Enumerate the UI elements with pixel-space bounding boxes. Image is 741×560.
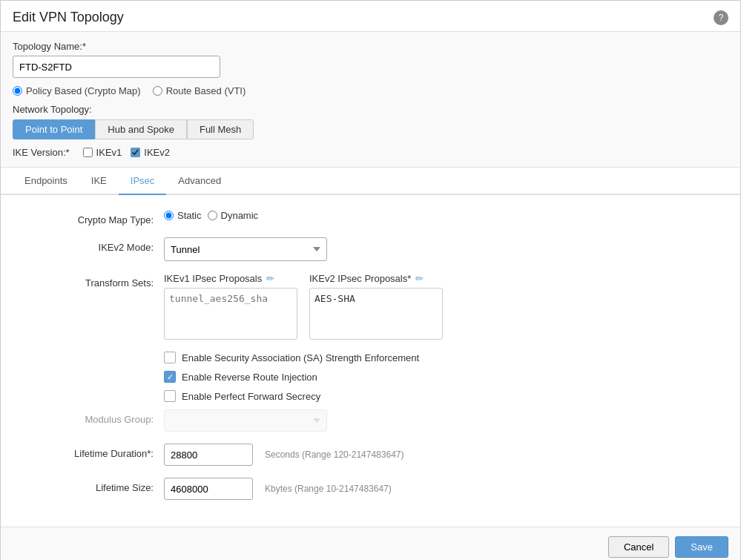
ikev2-checkbox-label[interactable]: IKEv2: [131, 147, 170, 158]
full-mesh-btn[interactable]: Full Mesh: [187, 119, 254, 139]
ike-version-label: IKE Version:*: [13, 147, 70, 158]
transform-sets-content: IKEv1 IPsec Proposals ✏ IKEv2 IPsec Prop…: [164, 273, 711, 340]
reverse-route-row: Enable Reverse Route Injection: [164, 371, 711, 383]
modulus-group-content: [164, 409, 711, 432]
footer-buttons: Cancel Save: [1, 527, 740, 560]
sa-strength-row: Enable Security Association (SA) Strengt…: [164, 352, 711, 363]
page-container: Edit VPN Topology ? Topology Name:* Poli…: [0, 0, 741, 560]
ikev2-proposals-col: IKEv2 IPsec Proposals* ✏ AES-SHA: [309, 273, 443, 340]
lifetime-size-row: Lifetime Size: Kbytes (Range 10-21474836…: [30, 478, 711, 500]
lifetime-duration-input[interactable]: [164, 444, 253, 466]
ike-version-row: IKE Version:* IKEv1 IKEv2: [13, 147, 728, 158]
ikev2-label: IKEv2: [144, 147, 170, 158]
point-to-point-btn[interactable]: Point to Point: [13, 119, 95, 139]
modulus-dropdown-wrap: [164, 409, 327, 432]
dynamic-radio[interactable]: [208, 211, 217, 220]
crypto-map-type-row: Crypto Map Type: Static Dynamic: [30, 210, 711, 225]
ikev2-mode-select[interactable]: Tunnel: [164, 237, 327, 261]
route-based-radio[interactable]: Route Based (VTI): [153, 85, 246, 96]
dynamic-radio-label[interactable]: Dynamic: [208, 210, 259, 221]
static-radio-label[interactable]: Static: [164, 210, 202, 221]
route-based-label: Route Based (VTI): [166, 85, 246, 96]
ikev1-proposals-header: IKEv1 IPsec Proposals ✏: [164, 273, 297, 284]
network-topology-label: Network Topology:: [13, 104, 728, 115]
ikev1-checkbox-label[interactable]: IKEv1: [83, 147, 122, 158]
lifetime-size-content: Kbytes (Range 10-2147483647): [164, 478, 711, 500]
dynamic-label: Dynamic: [221, 210, 259, 221]
tab-endpoints[interactable]: Endpoints: [13, 168, 79, 195]
help-icon[interactable]: ?: [714, 10, 728, 25]
sa-strength-label: Enable Security Association (SA) Strengt…: [182, 352, 419, 363]
ikev2-mode-label: IKEv2 Mode:: [30, 237, 164, 253]
tab-advanced[interactable]: Advanced: [166, 168, 233, 195]
modulus-group-select[interactable]: [164, 409, 327, 432]
ikev2-edit-icon[interactable]: ✏: [415, 273, 424, 284]
hub-and-spoke-btn[interactable]: Hub and Spoke: [95, 119, 187, 139]
ikev1-edit-icon[interactable]: ✏: [266, 273, 274, 284]
ikev1-proposals-col: IKEv1 IPsec Proposals ✏: [164, 273, 297, 340]
reverse-route-label: Enable Reverse Route Injection: [182, 372, 317, 383]
main-content: Crypto Map Type: Static Dynamic IKEv2 Mo…: [1, 195, 740, 527]
page-header: Edit VPN Topology ?: [1, 1, 740, 32]
topology-name-input[interactable]: [13, 56, 220, 78]
ikev1-proposals-label: IKEv1 IPsec Proposals: [164, 273, 262, 284]
topology-name-label: Topology Name:*: [13, 41, 728, 52]
pfs-checkbox[interactable]: [164, 390, 176, 402]
lifetime-size-input[interactable]: [164, 478, 253, 500]
transform-sets-label: Transform Sets:: [30, 273, 164, 289]
transform-sets-row: Transform Sets: IKEv1 IPsec Proposals ✏ …: [30, 273, 711, 340]
tab-ike[interactable]: IKE: [79, 168, 119, 195]
lifetime-size-label: Lifetime Size:: [30, 478, 164, 493]
crypto-map-type-label: Crypto Map Type:: [30, 210, 164, 225]
ikev2-proposals-textarea[interactable]: AES-SHA: [309, 288, 443, 340]
network-topology-btn-group: Point to Point Hub and Spoke Full Mesh: [13, 119, 728, 139]
crypto-map-type-content: Static Dynamic: [164, 210, 711, 221]
tab-ipsec[interactable]: IPsec: [119, 168, 167, 195]
pfs-label: Enable Perfect Forward Secrecy: [182, 391, 320, 402]
ikev1-label: IKEv1: [96, 147, 122, 158]
static-radio[interactable]: [164, 211, 174, 220]
lifetime-duration-content: Seconds (Range 120-2147483647): [164, 444, 711, 466]
ikev2-proposals-header: IKEv2 IPsec Proposals* ✏: [309, 273, 443, 284]
ikev1-proposals-textarea[interactable]: [164, 288, 297, 340]
cancel-button[interactable]: Cancel: [608, 536, 669, 558]
lifetime-duration-row: Lifetime Duration*: Seconds (Range 120-2…: [30, 444, 711, 466]
lifetime-duration-label: Lifetime Duration*:: [30, 444, 164, 459]
form-section: Topology Name:* Policy Based (Crypto Map…: [1, 32, 740, 168]
ikev2-proposals-label: IKEv2 IPsec Proposals*: [309, 273, 411, 284]
modulus-group-row: Modulus Group:: [30, 409, 711, 432]
lifetime-duration-hint: Seconds (Range 120-2147483647): [265, 449, 404, 460]
static-label: Static: [177, 210, 202, 221]
ikev2-mode-content: Tunnel: [164, 237, 711, 261]
save-button[interactable]: Save: [675, 536, 728, 558]
reverse-route-checkbox[interactable]: [164, 371, 176, 383]
ikev2-checkbox[interactable]: [131, 148, 140, 157]
lifetime-size-hint: Kbytes (Range 10-2147483647): [265, 484, 392, 494]
policy-based-radio[interactable]: Policy Based (Crypto Map): [13, 85, 141, 96]
tabs-bar: Endpoints IKE IPsec Advanced: [1, 168, 740, 195]
sa-strength-checkbox[interactable]: [164, 352, 176, 363]
ikev2-mode-row: IKEv2 Mode: Tunnel: [30, 237, 711, 261]
policy-based-label: Policy Based (Crypto Map): [26, 85, 141, 96]
page-title: Edit VPN Topology: [13, 10, 124, 25]
pfs-row: Enable Perfect Forward Secrecy: [164, 390, 711, 402]
vpn-type-group: Policy Based (Crypto Map) Route Based (V…: [13, 85, 728, 96]
transform-sets-section: IKEv1 IPsec Proposals ✏ IKEv2 IPsec Prop…: [164, 273, 443, 340]
ikev1-checkbox[interactable]: [83, 148, 93, 157]
modulus-group-label: Modulus Group:: [30, 409, 164, 425]
